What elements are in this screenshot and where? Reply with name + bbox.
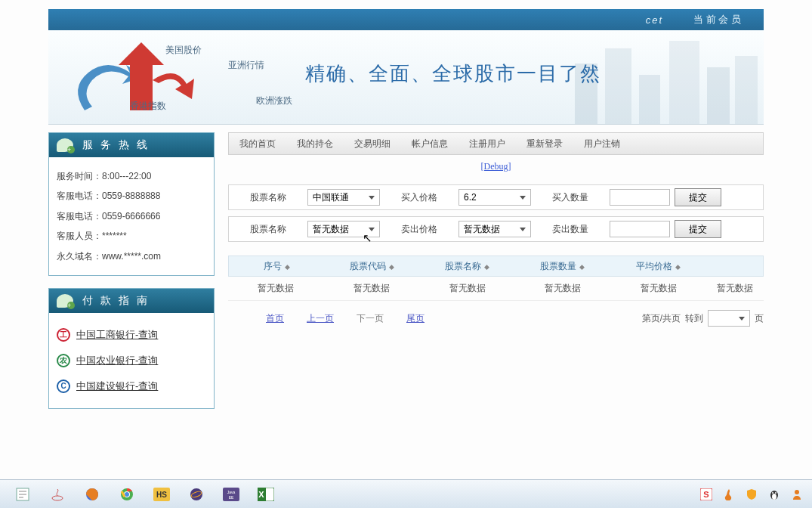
current-member-link[interactable]: 当 前 会 员 [693,13,741,26]
sogou-icon: S [700,488,712,500]
svg-text:S: S [703,490,709,499]
td-empty: 暂无数据 [419,282,515,295]
buy-submit-button[interactable]: 提交 [675,188,721,206]
service-time-label: 服务时间： [57,166,102,186]
pager-last[interactable]: 尾页 [406,312,425,325]
phone2-value: 0559-6666666 [102,211,160,221]
buy-price-select[interactable]: 6.2 [458,189,531,206]
buy-name-select[interactable]: 中国联通 [307,189,380,206]
td-empty: 暂无数据 [324,282,420,295]
bank-link-abc[interactable]: 中国农业银行-查询 [76,354,158,367]
bank-item-icbc[interactable]: 工 中国工商银行-查询 [57,322,206,348]
banner: 美国股价 亚洲行情 香港指数 欧洲涨跌 精确、全面、全球股市一目了然 [48,30,764,125]
nav-register[interactable]: 注册用户 [458,133,516,154]
taskbar-app-2[interactable] [41,483,74,506]
pager-first[interactable]: 首页 [266,312,284,325]
bank-list: 工 中国工商银行-查询 农 中国农业银行-查询 C 中国建设银行-查询 [49,313,214,408]
svg-rect-2 [639,75,660,124]
sort-icon: ◆ [675,263,681,271]
main-nav: 我的首页 我的持仓 交易明细 帐户信息 注册用户 重新登录 用户注销 [228,132,764,155]
td-empty: 暂无数据 [228,282,324,295]
sell-price-label: 卖出价格 [384,223,454,236]
sell-qty-label: 卖出数量 [536,223,605,236]
main-area: 我的首页 我的持仓 交易明细 帐户信息 注册用户 重新登录 用户注销 [Debu… [228,132,764,421]
taskbar: HS JavaEE X S [0,479,812,508]
pager-next[interactable]: 下一页 [357,312,384,325]
banner-label-us: 美国股价 [165,44,202,57]
svg-rect-5 [735,56,758,124]
taskbar-app-3[interactable] [76,483,109,506]
taskbar-app-4[interactable] [110,483,144,506]
svg-rect-1 [605,48,631,124]
pager: 首页 上一页 下一页 尾页 第页/共页 转到 页 [228,301,764,336]
svg-text:X: X [258,490,264,499]
taskbar-app-7[interactable]: JavaEE [215,483,248,506]
banner-label-eu: 欧洲涨跌 [256,94,292,107]
nav-relogin[interactable]: 重新登录 [516,133,573,154]
nav-logout[interactable]: 用户注销 [573,133,631,154]
chevron-down-icon [520,196,526,200]
sort-icon: ◆ [484,263,489,271]
javaee-icon: JavaEE [223,488,239,501]
bank-link-ccb[interactable]: 中国建设银行-查询 [76,379,158,393]
tray-icon-4[interactable] [765,483,783,506]
nav-account[interactable]: 帐户信息 [401,133,458,154]
taskbar-app-1[interactable] [6,483,39,506]
bank-item-abc[interactable]: 农 中国农业银行-查询 [57,348,206,373]
payguide-panel: 付款指南 工 中国工商银行-查询 农 中国农业银行-查询 C 中国建设银行-查询 [48,288,215,409]
hotline-panel: 服务热线 服务时间：8:00---22:00 客服电话：0559-8888888… [48,132,215,276]
chevron-down-icon [369,228,375,231]
shield-icon [746,488,758,500]
table-row: 暂无数据 暂无数据 暂无数据 暂无数据 暂无数据 暂无数据 [228,277,764,301]
bank-link-icbc[interactable]: 中国工商银行-查询 [76,328,158,342]
ccb-icon: C [57,379,70,393]
nav-home[interactable]: 我的首页 [229,133,286,154]
taskbar-app-8[interactable]: X [249,483,283,506]
svg-point-27 [775,492,776,494]
sell-submit-button[interactable]: 提交 [675,220,721,238]
tray-icon-5[interactable] [788,483,806,506]
tray-icon-2[interactable] [720,483,738,506]
th-qty[interactable]: 股票数量◆ [515,260,610,273]
th-seq[interactable]: 序号◆ [229,260,324,273]
pager-goto-select[interactable] [708,310,750,327]
phone1-label: 客服电话： [57,186,102,206]
buy-row: 股票名称 中国联通 买入价格 6.2 买入数量 提交 [228,184,764,210]
icbc-icon: 工 [57,328,70,342]
chevron-down-icon [520,228,526,231]
th-name[interactable]: 股票名称◆ [420,260,515,273]
pager-prev[interactable]: 上一页 [307,312,334,325]
phone2-label: 客服电话： [57,206,102,226]
bank-item-ccb[interactable]: C 中国建设银行-查询 [57,373,206,399]
hotline-body: 服务时间：8:00---22:00 客服电话：0559-8888888 客服电话… [49,157,214,275]
svg-point-25 [772,494,776,500]
th-avg[interactable]: 平均价格◆ [610,260,705,273]
sell-qty-input[interactable] [610,221,670,237]
tray-icon-3[interactable] [743,483,761,506]
tray-sogou[interactable]: S [697,483,715,506]
sort-icon: ◆ [389,263,394,271]
header-bar: cet 当 前 会 员 [48,9,764,30]
bubble-icon [57,138,73,152]
banner-slogan: 精确、全面、全球股市一目了然 [305,60,601,87]
buy-qty-input[interactable] [610,189,670,206]
taskbar-app-5[interactable]: HS [145,483,178,506]
svg-point-28 [795,490,799,494]
domain-value: www.*****.com [102,251,161,262]
pager-page-suffix: 页 [755,312,764,325]
debug-link[interactable]: [Debug] [481,161,511,172]
sell-name-select[interactable]: 暂无数据 [307,221,380,237]
taskbar-app-6[interactable] [180,483,213,506]
sell-price-select[interactable]: 暂无数据 [458,221,531,237]
th-code[interactable]: 股票代码◆ [324,260,419,273]
nav-trades[interactable]: 交易明细 [344,133,401,154]
penguin-icon [768,488,780,500]
pager-goto-label: 转到 [685,312,703,325]
sell-name-label: 股票名称 [233,223,303,236]
sell-row: 股票名称 暂无数据 卖出价格 暂无数据 卖出数量 提交 [228,216,764,242]
abc-icon: 农 [57,354,70,367]
svg-rect-4 [707,67,730,124]
svg-point-7 [52,496,63,500]
nav-holdings[interactable]: 我的持仓 [286,133,344,154]
buy-price-label: 买入价格 [384,191,454,204]
